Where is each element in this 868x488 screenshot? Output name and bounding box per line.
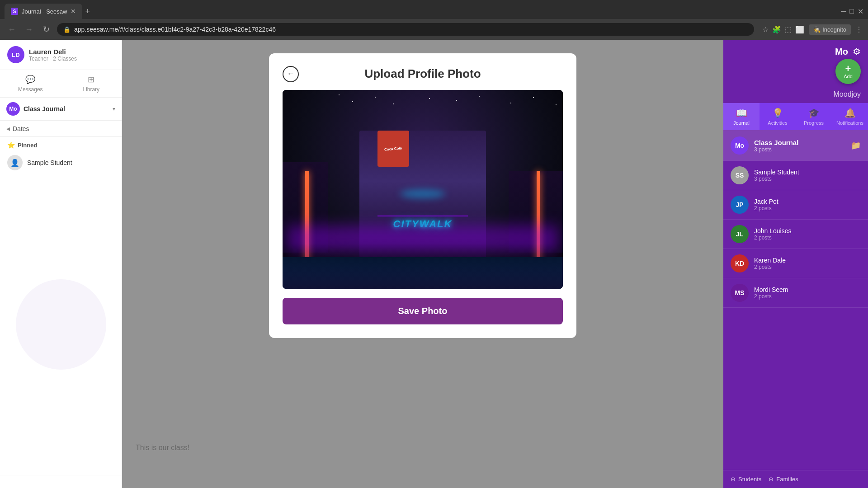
menu-button[interactable]: ⋮ <box>855 25 863 34</box>
student-avatar-kd: KD <box>731 254 749 272</box>
student-avatar-ms: MS <box>731 284 749 302</box>
student-info-kd: Karen Dale 2 posts <box>754 257 786 270</box>
back-date-icon[interactable]: ◂ <box>6 124 10 133</box>
students-footer-button[interactable]: ⊕ Students <box>731 476 761 483</box>
right-header-content: Mo ⚙ + Add <box>731 46 861 84</box>
user-avatar: LD <box>7 46 24 63</box>
modal-overlay: ← Upload Profile Photo <box>122 40 723 488</box>
minimize-button[interactable]: ─ <box>841 7 846 16</box>
class-journal-item[interactable]: Mo Class Journal 3 posts 📁 <box>723 130 868 161</box>
student-avatar-ss: SS <box>731 166 749 184</box>
add-section: + Add <box>835 59 861 84</box>
settings-icon[interactable]: ⚙ <box>853 46 861 57</box>
browser-chrome: S Journal - Seesaw ✕ + ─ □ ✕ ← → ↻ 🔒 app… <box>0 0 868 40</box>
list-item[interactable]: SS Sample Student 3 posts <box>723 161 868 190</box>
folder-icon: 📁 <box>851 141 861 150</box>
new-tab-button[interactable]: + <box>85 7 90 16</box>
library-icon: ⊞ <box>88 75 94 84</box>
left-nav-tabs: 💬 Messages ⊞ Library <box>0 70 122 98</box>
tab-activities[interactable]: 💡 Activities <box>760 103 796 130</box>
messages-icon: 💬 <box>25 75 35 84</box>
mo-name: Mo <box>835 47 848 57</box>
modal-back-button[interactable]: ← <box>283 66 299 82</box>
sample-student-avatar: 👤 <box>7 155 23 170</box>
pinned-label: ⭐ Pinned <box>7 141 114 149</box>
sidebar-footer: 🔗 <box>0 475 122 488</box>
forward-button[interactable]: → <box>23 23 35 36</box>
student-name-kd: Karen Dale <box>754 257 786 264</box>
save-photo-button[interactable]: Save Photo <box>283 298 563 324</box>
left-sidebar: LD Lauren Deli Teacher - 2 Classes 💬 Mes… <box>0 40 122 488</box>
add-button[interactable]: + Add <box>835 59 861 84</box>
toolbar-icons: ☆ 🧩 ⬚ ⬜ <box>762 25 804 34</box>
back-button[interactable]: ← <box>5 23 18 36</box>
list-item[interactable]: KD Karen Dale 2 posts <box>723 249 868 278</box>
tab-progress[interactable]: 🎓 Progress <box>796 103 832 130</box>
tab-bar: S Journal - Seesaw ✕ + ─ □ ✕ <box>0 0 868 19</box>
notifications-icon: 🔔 <box>844 108 856 118</box>
browser-toolbar: ← → ↻ 🔒 app.seesaw.me/#/class/class.e01b… <box>0 19 868 40</box>
add-families-icon: ⊕ <box>769 476 774 483</box>
student-posts-ss: 3 posts <box>754 176 799 182</box>
lock-icon: 🔒 <box>63 26 71 33</box>
user-name: Lauren Deli <box>29 48 77 56</box>
sample-student-name: Sample Student <box>27 159 72 166</box>
blue-neon-glow <box>400 189 445 198</box>
right-footer: ⊕ Students ⊕ Families <box>723 470 868 488</box>
active-tab[interactable]: S Journal - Seesaw ✕ <box>5 4 82 19</box>
screenshot-icon[interactable]: ⬚ <box>785 25 792 34</box>
reload-button[interactable]: ↻ <box>40 23 52 36</box>
sidebar-icon[interactable]: ⬜ <box>795 25 804 34</box>
messages-tab[interactable]: 💬 Messages <box>0 70 61 97</box>
coca-cola-sign: Coca Cola <box>377 131 409 167</box>
extensions-icon[interactable]: 🧩 <box>772 25 781 34</box>
add-label: Add <box>844 74 853 79</box>
tab-notifications[interactable]: 🔔 Notifications <box>832 103 868 130</box>
list-item[interactable]: MS Mordi Seem 2 posts <box>723 278 868 308</box>
activities-icon: 💡 <box>772 108 783 118</box>
close-window-button[interactable]: ✕ <box>858 7 863 16</box>
student-posts-kd: 2 posts <box>754 264 786 270</box>
add-plus-icon: + <box>845 64 851 74</box>
student-posts-ms: 2 posts <box>754 293 788 300</box>
tab-close-button[interactable]: ✕ <box>71 8 76 15</box>
student-name-ms: Mordi Seem <box>754 286 788 293</box>
class-journal-name: Class Journal <box>754 139 798 146</box>
purple-line <box>377 216 468 216</box>
citywalk-scene: Coca Cola CITYWALK <box>283 90 563 289</box>
class-name: Class Journal <box>24 105 109 113</box>
sample-student-item[interactable]: 👤 Sample Student <box>0 151 122 174</box>
url-text: app.seesaw.me/#/class/class.e01bf4c2-9a2… <box>74 26 276 33</box>
bookmark-icon[interactable]: ☆ <box>762 25 769 34</box>
student-avatar-jp: JP <box>731 196 749 214</box>
library-tab[interactable]: ⊞ Library <box>61 70 122 97</box>
dates-label: Dates <box>13 125 29 132</box>
url-bar[interactable]: 🔒 app.seesaw.me/#/class/class.e01bf4c2-9… <box>57 23 754 36</box>
list-item[interactable]: JP Jack Pot 2 posts <box>723 190 868 220</box>
add-students-icon: ⊕ <box>731 476 736 483</box>
families-footer-button[interactable]: ⊕ Families <box>769 476 798 483</box>
class-journal-info: Class Journal 3 posts <box>754 139 798 153</box>
tab-title: Journal - Seesaw <box>22 8 67 15</box>
pinned-section: ⭐ Pinned <box>0 137 122 151</box>
tab-journal[interactable]: 📖 Journal <box>723 103 760 130</box>
list-item[interactable]: JL John Louises 2 posts <box>723 220 868 249</box>
main-content: This is our class! ← Upload Profile Phot… <box>122 40 723 488</box>
class-journal-posts: 3 posts <box>754 146 798 153</box>
student-info-ms: Mordi Seem 2 posts <box>754 286 788 300</box>
student-info-ss: Sample Student 3 posts <box>754 169 799 182</box>
right-nav-tabs: 📖 Journal 💡 Activities 🎓 Progress 🔔 Noti… <box>723 103 868 130</box>
class-selector[interactable]: Mo Class Journal ▾ <box>0 98 122 121</box>
upload-photo-modal: ← Upload Profile Photo <box>269 53 576 338</box>
incognito-button[interactable]: 🕵 Incognito <box>809 24 851 35</box>
pin-icon: ⭐ <box>7 141 15 149</box>
photo-preview: Coca Cola CITYWALK <box>283 90 563 289</box>
sidebar-header: LD Lauren Deli Teacher - 2 Classes <box>0 40 122 70</box>
journal-icon: 📖 <box>736 108 747 118</box>
student-info-jp: Jack Pot 2 posts <box>754 198 778 211</box>
stars <box>339 94 340 95</box>
student-avatar-jl: JL <box>731 225 749 243</box>
maximize-button[interactable]: □ <box>849 7 854 16</box>
student-posts-jp: 2 posts <box>754 205 778 211</box>
crowd-area <box>283 244 563 289</box>
